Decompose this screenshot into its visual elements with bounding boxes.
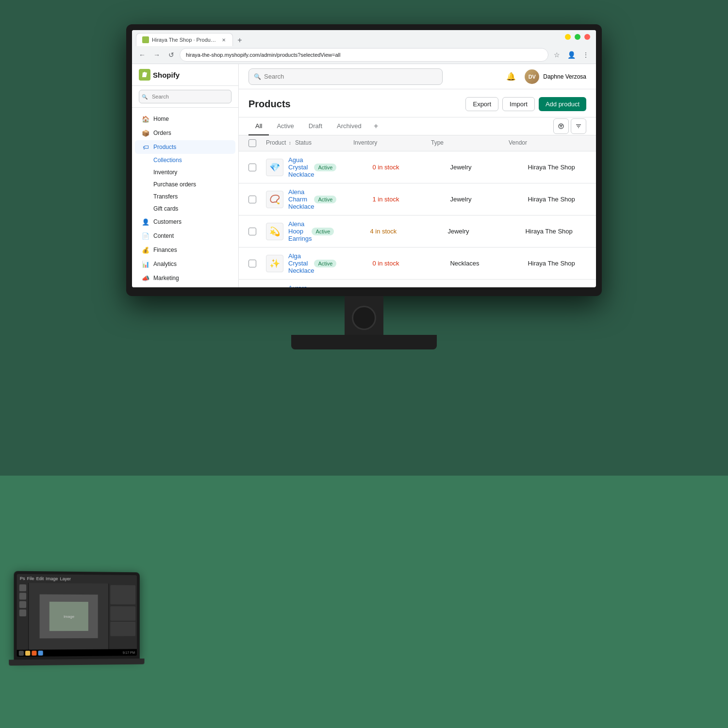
tab-title: Hiraya The Shop · Products · Sh...: [152, 37, 216, 43]
product-cell: 💫 Alena Hoop Earrings: [266, 220, 312, 242]
vendor-cell: Hiraya The Shop: [528, 196, 596, 203]
sort-button[interactable]: [571, 118, 586, 134]
page-title: Products: [248, 99, 291, 110]
sidebar-item-orders[interactable]: 📦 Orders: [135, 126, 235, 140]
sidebar-item-content[interactable]: 📄 Content: [135, 229, 235, 243]
sidebar-item-finances[interactable]: 💰 Finances: [135, 243, 235, 257]
table-row[interactable]: ✨ Alga Crystal Necklace Active 0 in stoc…: [239, 248, 596, 280]
sidebar-item-analytics[interactable]: 📊 Analytics: [135, 257, 235, 271]
tab-draft[interactable]: Draft: [302, 117, 329, 135]
table-row[interactable]: 📿 Alena Charm Necklace Active 1 in stock…: [239, 183, 596, 215]
row-checkbox[interactable]: [248, 196, 256, 203]
status-badge: Active: [314, 260, 336, 267]
close-button[interactable]: ✕: [584, 34, 590, 40]
topbar-search: 🔍: [248, 68, 443, 85]
add-product-button[interactable]: Add product: [539, 97, 586, 111]
monitor-stand-neck: [345, 296, 383, 335]
sidebar-item-marketing[interactable]: 📣 Marketing: [135, 271, 235, 285]
import-button[interactable]: Import: [502, 97, 535, 111]
product-name[interactable]: Alena Charm Necklace: [288, 188, 314, 210]
back-button[interactable]: ←: [136, 49, 149, 61]
table-header: Product ↕ Status Inventory Type Vendor: [239, 135, 596, 151]
type-cell: Jewelry: [447, 228, 525, 235]
menu-button[interactable]: ⋮: [579, 49, 592, 61]
product-name[interactable]: Alga Crystal Necklace: [288, 252, 314, 274]
new-tab-button[interactable]: +: [234, 34, 246, 46]
bookmark-button[interactable]: ☆: [550, 49, 563, 61]
topbar-user[interactable]: DV Daphne Verzosa: [525, 69, 586, 84]
product-cell: 💎 Agua Crystal Necklace: [266, 156, 314, 178]
notifications-button[interactable]: 🔔: [503, 69, 519, 84]
row-checkbox[interactable]: [248, 164, 256, 171]
main-content: 🔍 🔔 DV Daphne Verzosa: [239, 64, 596, 287]
sidebar-sub-gift-cards[interactable]: Gift cards: [135, 203, 235, 215]
laptop: Ps File Edit Image Layer: [14, 571, 145, 666]
user-avatar: DV: [525, 69, 539, 84]
ps-right-panel: [108, 583, 137, 649]
tab-close-button[interactable]: ✕: [221, 36, 227, 43]
ps-top-bar: Ps File Edit Image Layer: [17, 574, 137, 584]
product-cell: 📿 Alena Charm Necklace: [266, 188, 314, 210]
table-row[interactable]: 💫 Alena Hoop Earrings Active 4 in stock …: [239, 215, 596, 248]
tab-all[interactable]: All: [248, 117, 269, 135]
sidebar-customers-label: Customers: [153, 218, 182, 225]
tab-archived[interactable]: Archived: [330, 117, 368, 135]
table-row[interactable]: 💎 Agua Crystal Necklace Active 0 in stoc…: [239, 151, 596, 183]
inventory-column-header: Inventory: [353, 139, 431, 147]
refresh-button[interactable]: ↺: [165, 49, 178, 61]
topbar-search-input[interactable]: [139, 90, 232, 103]
maximize-button[interactable]: ⬛: [575, 34, 580, 40]
row-checkbox[interactable]: [248, 228, 256, 235]
sidebar-sub-inventory[interactable]: Inventory: [135, 166, 235, 178]
inventory-cell: 4 in stock: [370, 228, 447, 235]
sidebar-content-label: Content: [153, 232, 174, 239]
user-name: Daphne Verzosa: [543, 73, 586, 80]
sidebar-item-discounts[interactable]: 🏷 Discounts: [135, 285, 235, 287]
sidebar-header: shopify: [132, 64, 238, 86]
table-row[interactable]: 👜 Aurora Sustainable Abaca Shoulder Bag …: [239, 280, 596, 287]
export-button[interactable]: Export: [465, 97, 498, 111]
taskbar-icon: [38, 651, 43, 656]
select-all-header: [248, 139, 266, 147]
taskbar-icon: [25, 651, 30, 656]
search-icon: 🔍: [254, 73, 261, 80]
forward-button[interactable]: →: [150, 49, 163, 61]
sidebar-sub-transfers[interactable]: Transfers: [135, 191, 235, 202]
laptop-taskbar: 9:17 PM: [17, 649, 137, 657]
products-icon: 🏷: [142, 143, 149, 151]
sidebar-sub-collections[interactable]: Collections: [135, 154, 235, 166]
sidebar-navigation: 🏠 Home 📦 Orders 🏷 Products C: [132, 108, 238, 287]
row-checkbox[interactable]: [248, 260, 256, 267]
sidebar-sub-purchase-orders[interactable]: Purchase orders: [135, 179, 235, 190]
vendor-cell: Hiraya The Shop: [525, 228, 596, 235]
product-name[interactable]: Aurora Sustainable Abaca Shoulder Bag: [288, 284, 321, 287]
sidebar-marketing-label: Marketing: [153, 275, 179, 281]
status-badge: Active: [312, 228, 334, 235]
product-thumbnail: 💫: [266, 223, 283, 240]
sidebar-item-home[interactable]: 🏠 Home: [135, 112, 235, 126]
filter-button[interactable]: [553, 118, 569, 134]
sidebar-item-customers[interactable]: 👤 Customers: [135, 215, 235, 229]
monitor-stand-base: [291, 335, 437, 349]
monitor-screen: Hiraya The Shop · Products · Sh... ✕ + —…: [132, 30, 596, 287]
inventory-cell: 1 in stock: [372, 196, 450, 203]
select-all-checkbox[interactable]: [248, 139, 256, 147]
browser-window: Hiraya The Shop · Products · Sh... ✕ + —…: [132, 30, 596, 287]
profile-button[interactable]: 👤: [565, 49, 578, 61]
address-bar[interactable]: [180, 48, 548, 62]
shopify-app: shopify 🏠 Home: [132, 64, 596, 287]
sidebar-item-products[interactable]: 🏷 Products: [135, 140, 235, 154]
tab-active[interactable]: Active: [270, 117, 300, 135]
type-cell: Jewelry: [450, 196, 528, 203]
product-name[interactable]: Alena Hoop Earrings: [288, 220, 312, 242]
browser-tab-active[interactable]: Hiraya The Shop · Products · Sh... ✕: [136, 33, 233, 46]
ps-tools: [17, 583, 29, 650]
inventory-cell: 0 in stock: [372, 164, 450, 171]
add-tab-button[interactable]: +: [369, 119, 383, 133]
sidebar-analytics-label: Analytics: [153, 261, 177, 267]
global-search-input[interactable]: [264, 73, 437, 80]
shopify-logo: shopify: [139, 69, 180, 81]
product-name[interactable]: Agua Crystal Necklace: [288, 156, 314, 178]
content-icon: 📄: [142, 232, 149, 240]
minimize-button[interactable]: —: [565, 34, 571, 40]
